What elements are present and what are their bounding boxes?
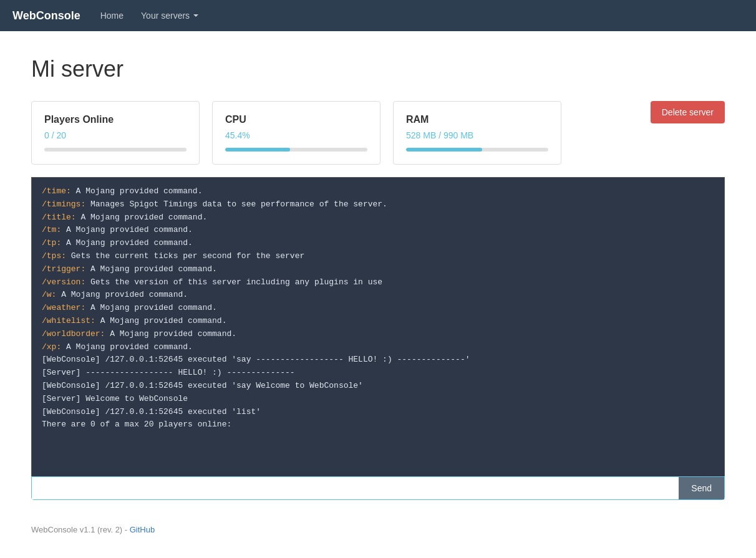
- ram-progress-container: [406, 148, 548, 152]
- console-line: /tm: A Mojang provided command.: [42, 224, 714, 237]
- console-line: /tp: A Mojang provided command.: [42, 237, 714, 250]
- console-line: /weather: A Mojang provided command.: [42, 302, 714, 315]
- console-line: [WebConsole] /127.0.0.1:52645 executed '…: [42, 354, 714, 367]
- dropdown-caret-icon: [193, 14, 198, 17]
- console-line: [WebConsole] /127.0.0.1:52645 executed '…: [42, 406, 714, 419]
- ram-card-title: RAM: [406, 114, 548, 125]
- console-line: /version: Gets the version of this serve…: [42, 276, 714, 289]
- console-line: [Server] ------------------ HELLO! :) --…: [42, 367, 714, 380]
- console-line: /time: A Mojang provided command.: [42, 185, 714, 198]
- servers-dropdown-label: Your servers: [141, 11, 190, 21]
- footer: WebConsole v1.1 (rev. 2) - GitHub: [0, 512, 756, 547]
- console-input[interactable]: [32, 477, 679, 499]
- navbar-nav: Home Your servers: [93, 7, 206, 24]
- console-line: [WebConsole] /127.0.0.1:52645 executed '…: [42, 380, 714, 393]
- stats-row: Players Online 0 / 20 CPU 45.4% RAM 528 …: [31, 101, 725, 165]
- console-input-row: Send: [31, 476, 725, 500]
- ram-card: RAM 528 MB / 990 MB: [393, 101, 561, 165]
- main-content: Mi server Players Online 0 / 20 CPU 45.4…: [0, 31, 756, 512]
- navbar-brand[interactable]: WebConsole: [12, 9, 80, 22]
- navbar: WebConsole Home Your servers: [0, 0, 756, 31]
- cpu-progress-bar: [225, 148, 290, 152]
- github-link[interactable]: GitHub: [130, 525, 155, 534]
- players-card-title: Players Online: [44, 114, 187, 125]
- console-line: /xp: A Mojang provided command.: [42, 341, 714, 354]
- home-link[interactable]: Home: [93, 7, 131, 24]
- cpu-card-title: CPU: [225, 114, 367, 125]
- ram-progress-bar: [406, 148, 482, 152]
- players-card: Players Online 0 / 20: [31, 101, 200, 165]
- console-line: [Server] Welcome to WebConsole: [42, 393, 714, 406]
- ram-card-value: 528 MB / 990 MB: [406, 130, 548, 140]
- console-line: /trigger: A Mojang provided command.: [42, 263, 714, 276]
- console-line: /whitelist: A Mojang provided command.: [42, 315, 714, 328]
- console-line: /w: A Mojang provided command.: [42, 289, 714, 302]
- nav-home[interactable]: Home: [93, 10, 131, 21]
- players-progress-container: [44, 148, 187, 152]
- players-card-value: 0 / 20: [44, 130, 187, 140]
- console-output: /time: A Mojang provided command./timing…: [31, 177, 725, 476]
- cpu-card: CPU 45.4%: [212, 101, 380, 165]
- cpu-progress-container: [225, 148, 367, 152]
- console-line: /worldborder: A Mojang provided command.: [42, 328, 714, 341]
- cpu-card-value: 45.4%: [225, 130, 367, 140]
- nav-servers-dropdown[interactable]: Your servers: [133, 7, 206, 24]
- console-wrapper: /time: A Mojang provided command./timing…: [31, 177, 725, 500]
- send-button[interactable]: Send: [679, 477, 724, 499]
- console-line: There are 0 of a max 20 players online:: [42, 418, 714, 431]
- console-line: /title: A Mojang provided command.: [42, 211, 714, 224]
- delete-server-button[interactable]: Delete server: [651, 101, 725, 123]
- page-title: Mi server: [31, 56, 725, 82]
- servers-dropdown-toggle[interactable]: Your servers: [133, 7, 206, 24]
- console-line: /tps: Gets the current ticks per second …: [42, 250, 714, 263]
- console-line: /timings: Manages Spigot Timings data to…: [42, 198, 714, 211]
- footer-text: WebConsole v1.1 (rev. 2) -: [31, 525, 130, 534]
